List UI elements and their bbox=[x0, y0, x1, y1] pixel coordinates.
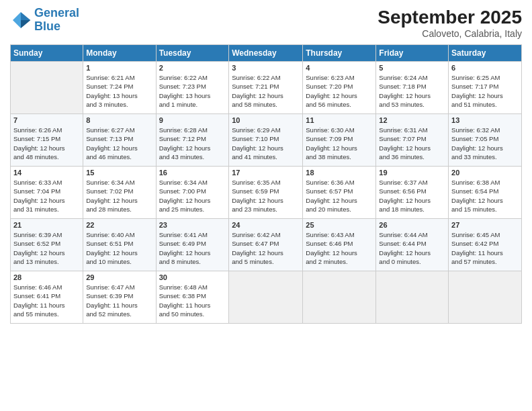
calendar-day: 1Sunrise: 6:21 AMSunset: 7:24 PMDaylight… bbox=[83, 62, 156, 114]
calendar-day: 17Sunrise: 6:35 AMSunset: 6:59 PMDayligh… bbox=[229, 167, 303, 219]
calendar-day: 10Sunrise: 6:29 AMSunset: 7:10 PMDayligh… bbox=[229, 114, 303, 167]
calendar-day: 28Sunrise: 6:46 AMSunset: 6:41 PMDayligh… bbox=[11, 271, 83, 324]
calendar-week-4: 21Sunrise: 6:39 AMSunset: 6:52 PMDayligh… bbox=[11, 219, 522, 271]
month-title: September 2025 bbox=[378, 7, 522, 28]
col-monday: Monday bbox=[83, 45, 156, 62]
calendar-day bbox=[303, 271, 376, 324]
calendar-day: 6Sunrise: 6:25 AMSunset: 7:17 PMDaylight… bbox=[449, 62, 522, 114]
calendar-day bbox=[449, 271, 522, 324]
col-saturday: Saturday bbox=[449, 45, 522, 62]
calendar-day: 12Sunrise: 6:31 AMSunset: 7:07 PMDayligh… bbox=[376, 114, 449, 167]
calendar-day: 11Sunrise: 6:30 AMSunset: 7:09 PMDayligh… bbox=[303, 114, 376, 167]
logo-text: General Blue bbox=[34, 7, 79, 34]
calendar-day: 29Sunrise: 6:47 AMSunset: 6:39 PMDayligh… bbox=[83, 271, 156, 324]
calendar-day: 16Sunrise: 6:34 AMSunset: 7:00 PMDayligh… bbox=[156, 167, 229, 219]
calendar-day: 2Sunrise: 6:22 AMSunset: 7:23 PMDaylight… bbox=[156, 62, 229, 114]
calendar-day: 24Sunrise: 6:42 AMSunset: 6:47 PMDayligh… bbox=[229, 219, 303, 271]
calendar-table: Sunday Monday Tuesday Wednesday Thursday… bbox=[10, 44, 522, 324]
col-thursday: Thursday bbox=[303, 45, 376, 62]
calendar-header: Sunday Monday Tuesday Wednesday Thursday… bbox=[11, 45, 522, 62]
svg-marker-2 bbox=[13, 12, 21, 28]
calendar-day: 8Sunrise: 6:27 AMSunset: 7:13 PMDaylight… bbox=[83, 114, 156, 167]
calendar-day bbox=[229, 271, 303, 324]
calendar-day: 9Sunrise: 6:28 AMSunset: 7:12 PMDaylight… bbox=[156, 114, 229, 167]
col-friday: Friday bbox=[376, 45, 449, 62]
title-block: September 2025 Caloveto, Calabria, Italy bbox=[378, 7, 522, 39]
calendar-body: 1Sunrise: 6:21 AMSunset: 7:24 PMDaylight… bbox=[11, 62, 522, 324]
calendar-week-2: 7Sunrise: 6:26 AMSunset: 7:15 PMDaylight… bbox=[11, 114, 522, 167]
header: General Blue September 2025 Caloveto, Ca… bbox=[10, 7, 522, 39]
calendar-day: 21Sunrise: 6:39 AMSunset: 6:52 PMDayligh… bbox=[11, 219, 83, 271]
calendar-day: 7Sunrise: 6:26 AMSunset: 7:15 PMDaylight… bbox=[11, 114, 83, 167]
calendar-day: 22Sunrise: 6:40 AMSunset: 6:51 PMDayligh… bbox=[83, 219, 156, 271]
calendar-day: 26Sunrise: 6:44 AMSunset: 6:44 PMDayligh… bbox=[376, 219, 449, 271]
calendar-day: 14Sunrise: 6:33 AMSunset: 7:04 PMDayligh… bbox=[11, 167, 83, 219]
header-row: Sunday Monday Tuesday Wednesday Thursday… bbox=[11, 45, 522, 62]
page-container: General Blue September 2025 Caloveto, Ca… bbox=[0, 0, 532, 330]
svg-marker-1 bbox=[21, 20, 30, 28]
col-sunday: Sunday bbox=[11, 45, 83, 62]
location-subtitle: Caloveto, Calabria, Italy bbox=[378, 28, 522, 39]
calendar-week-3: 14Sunrise: 6:33 AMSunset: 7:04 PMDayligh… bbox=[11, 167, 522, 219]
logo-line1: General bbox=[34, 6, 79, 19]
calendar-day: 15Sunrise: 6:34 AMSunset: 7:02 PMDayligh… bbox=[83, 167, 156, 219]
calendar-day: 27Sunrise: 6:45 AMSunset: 6:42 PMDayligh… bbox=[449, 219, 522, 271]
col-tuesday: Tuesday bbox=[156, 45, 229, 62]
calendar-day: 4Sunrise: 6:23 AMSunset: 7:20 PMDaylight… bbox=[303, 62, 376, 114]
calendar-week-5: 28Sunrise: 6:46 AMSunset: 6:41 PMDayligh… bbox=[11, 271, 522, 324]
col-wednesday: Wednesday bbox=[229, 45, 303, 62]
calendar-day bbox=[376, 271, 449, 324]
calendar-day: 20Sunrise: 6:38 AMSunset: 6:54 PMDayligh… bbox=[449, 167, 522, 219]
calendar-day: 13Sunrise: 6:32 AMSunset: 7:05 PMDayligh… bbox=[449, 114, 522, 167]
logo-line2: Blue bbox=[34, 19, 60, 33]
calendar-day: 18Sunrise: 6:36 AMSunset: 6:57 PMDayligh… bbox=[303, 167, 376, 219]
calendar-day bbox=[11, 62, 83, 114]
logo-icon bbox=[10, 9, 32, 31]
calendar-day: 25Sunrise: 6:43 AMSunset: 6:46 PMDayligh… bbox=[303, 219, 376, 271]
calendar-day: 3Sunrise: 6:22 AMSunset: 7:21 PMDaylight… bbox=[229, 62, 303, 114]
logo: General Blue bbox=[10, 7, 79, 34]
calendar-day: 19Sunrise: 6:37 AMSunset: 6:56 PMDayligh… bbox=[376, 167, 449, 219]
calendar-day: 30Sunrise: 6:48 AMSunset: 6:38 PMDayligh… bbox=[156, 271, 229, 324]
calendar-week-1: 1Sunrise: 6:21 AMSunset: 7:24 PMDaylight… bbox=[11, 62, 522, 114]
calendar-day: 23Sunrise: 6:41 AMSunset: 6:49 PMDayligh… bbox=[156, 219, 229, 271]
svg-marker-0 bbox=[21, 12, 30, 20]
calendar-day: 5Sunrise: 6:24 AMSunset: 7:18 PMDaylight… bbox=[376, 62, 449, 114]
